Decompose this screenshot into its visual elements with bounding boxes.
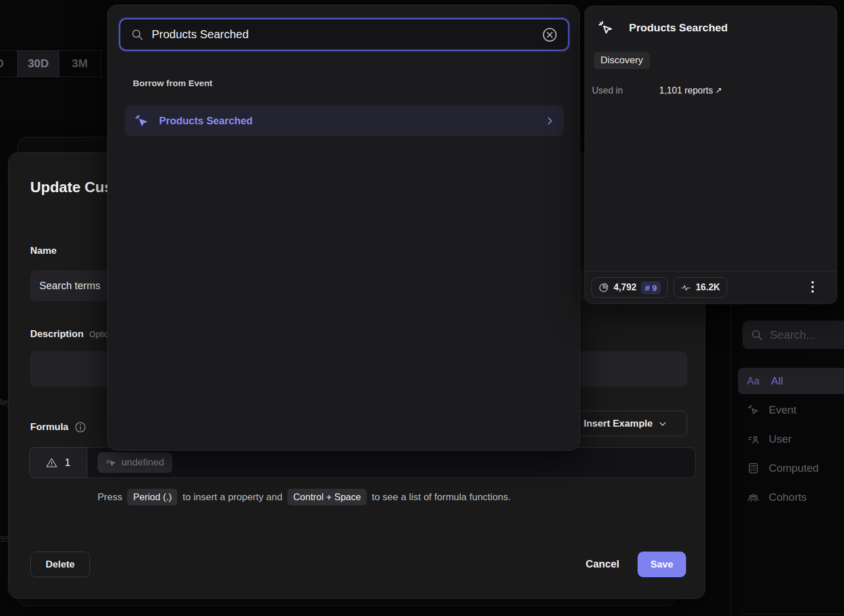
formula-input[interactable]: undefined	[87, 447, 696, 478]
formula-hint: Press Period (.) to insert a property an…	[98, 489, 511, 505]
delete-button[interactable]: Delete	[30, 552, 90, 577]
kbd-period: Period (.)	[127, 489, 177, 505]
used-in-label: Used in	[592, 86, 659, 96]
search-placeholder: Search...	[770, 329, 815, 342]
stat-value: 16.2K	[696, 282, 720, 293]
filter-item-computed[interactable]: Computed	[738, 455, 844, 481]
filter-item-label: Event	[769, 404, 797, 416]
search-icon	[131, 28, 144, 41]
event-icon	[597, 19, 614, 37]
time-range-3m[interactable]: 3M	[59, 50, 101, 77]
external-link-icon: ↗	[715, 86, 722, 96]
filter-item-label: All	[771, 375, 783, 387]
formula-warning-gutter[interactable]: 1	[29, 447, 87, 478]
rank-badge: # 9	[641, 281, 661, 294]
event-search-input-wrap	[119, 18, 569, 51]
insert-example-button[interactable]: Insert Example	[564, 411, 687, 436]
details-header: Products Searched	[597, 19, 728, 37]
filter-item-label: User	[769, 433, 792, 445]
formula-token-label: undefined	[121, 457, 164, 468]
hint-text: to see a list of formula functions.	[372, 492, 511, 503]
category-badge: Discovery	[594, 52, 650, 69]
kbd-control-space: Control + Space	[287, 489, 367, 505]
insert-example-label: Insert Example	[584, 418, 653, 429]
info-icon[interactable]	[74, 421, 87, 433]
panel-divider	[731, 305, 731, 616]
pie-chart-icon	[598, 282, 609, 293]
stat-value: 4,792	[614, 282, 636, 293]
more-options-button[interactable]	[806, 278, 819, 295]
clear-search-button[interactable]	[542, 27, 558, 43]
filter-item-label: Computed	[769, 462, 819, 475]
property-search-input[interactable]: Search...	[742, 321, 844, 349]
chevron-right-icon	[545, 116, 555, 126]
formula-editor-row: 1 undefined	[29, 447, 696, 478]
hint-text: to insert a property and	[182, 492, 282, 503]
event-search-input[interactable]	[152, 28, 534, 41]
warning-count: 1	[64, 457, 70, 469]
name-label: Name	[30, 245, 56, 257]
filter-item-all[interactable]: Aa All	[738, 368, 844, 394]
cancel-button[interactable]: Cancel	[586, 558, 619, 570]
description-label-text: Description	[30, 329, 84, 340]
event-result-label: Products Searched	[159, 115, 534, 127]
unique-users-chip[interactable]: 4,792 # 9	[591, 277, 668, 298]
formula-label-text: Formula	[30, 422, 68, 433]
filter-item-event[interactable]: Event	[738, 397, 844, 423]
borrow-from-event-header: Borrow from Event	[133, 78, 213, 88]
custom-event-icon	[105, 457, 116, 468]
cohorts-icon	[747, 491, 760, 504]
details-title: Products Searched	[629, 22, 728, 34]
details-footer: 4,792 # 9 16.2K	[585, 271, 837, 303]
filter-item-cohorts[interactable]: Cohorts	[738, 484, 844, 510]
event-result-row[interactable]: Products Searched	[125, 106, 564, 136]
used-in-row: Used in 1,101 reports ↗	[592, 86, 722, 96]
filter-item-user[interactable]: User	[738, 426, 844, 452]
save-button[interactable]: Save	[638, 552, 686, 577]
computed-icon	[747, 462, 760, 475]
property-type-list: Aa All Event User Computed Cohorts	[738, 368, 844, 513]
event-icon	[134, 114, 149, 128]
time-range-30d[interactable]: 30D	[17, 50, 59, 77]
text-type-icon: Aa	[747, 375, 762, 387]
formula-token-chip[interactable]: undefined	[98, 452, 172, 473]
activity-icon	[680, 282, 691, 293]
user-icon	[747, 433, 760, 445]
modal-actions: Cancel Save	[586, 552, 686, 577]
time-range-segmented-control: 7D 30D 3M	[0, 50, 101, 77]
warning-icon	[46, 457, 58, 469]
total-events-chip[interactable]: 16.2K	[673, 277, 727, 298]
close-circle-icon	[542, 27, 558, 43]
chevron-down-icon	[658, 419, 667, 428]
event-icon	[747, 404, 760, 416]
description-label: Description Optional	[30, 329, 119, 340]
app-screen: 7D 30D 3M lay 55 Search... Aa All Event …	[0, 0, 844, 616]
event-search-modal: Borrow from Event Products Searched	[107, 5, 580, 451]
formula-label: Formula	[30, 421, 87, 433]
search-icon	[750, 329, 763, 341]
time-range-7d[interactable]: 7D	[0, 50, 18, 77]
filter-item-label: Cohorts	[769, 491, 807, 504]
hint-text: Press	[98, 492, 122, 503]
used-in-reports-link[interactable]: 1,101 reports	[659, 86, 713, 96]
event-details-panel: Products Searched Discovery Used in 1,10…	[585, 6, 837, 304]
panel-divider-bottom	[741, 614, 844, 614]
